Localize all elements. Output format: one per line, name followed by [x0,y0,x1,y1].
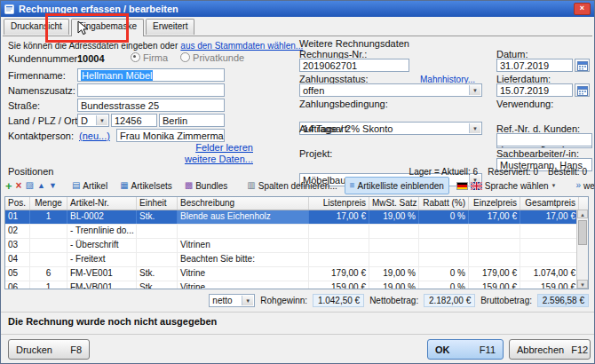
kontaktperson-neu-link[interactable]: (neu...) [79,131,110,141]
weitere-funktionen-button[interactable]: » weitere Funktionen... ▼ [571,177,595,194]
scrollbar-thumb[interactable] [578,220,587,245]
drucken-button[interactable]: Drucken F8 [8,339,90,360]
move-down-button[interactable]: ▼ [48,177,58,194]
table-cell[interactable]: FM-VB001 [67,281,137,289]
table-cell[interactable]: 1 [30,281,67,289]
column-header-rabatt-[interactable]: Rabatt (%) [419,197,469,210]
spalten-definieren-button[interactable]: ▥ Spalten definieren... [242,177,342,194]
table-cell[interactable]: Beachten Sie bitte: [178,253,309,266]
table-cell[interactable]: 179,00 € [309,267,369,281]
table-cell[interactable]: 159,00 € [469,281,520,289]
column-header-listenpreis[interactable]: Listenpreis [309,197,369,210]
table-row-04[interactable]: 04- FreitextBeachten Sie bitte: [5,253,588,267]
table-cell[interactable]: - Freitext [67,253,137,266]
strasse-field[interactable]: Bundesstrasse 25 [77,99,225,112]
ok-button[interactable]: OK F11 [427,339,504,360]
table-cell[interactable] [309,225,369,238]
table-cell[interactable] [520,253,579,266]
table-cell[interactable]: FM-VE001 [67,267,137,281]
vertical-scrollbar[interactable]: ▲ ▼ [576,210,588,289]
plz-field[interactable]: 12456 [111,114,157,127]
table-cell[interactable]: 1.074,00 € [520,267,579,281]
column-header-gesamtpreis[interactable]: Gesamtpreis [520,197,579,210]
privatkunde-radio[interactable]: Privatkunde [180,52,244,63]
lieferdatum-field[interactable]: 15.07.2019 [496,83,573,97]
datum-field[interactable]: 31.07.2019 [496,59,573,72]
table-cell[interactable]: 179,00 € [469,267,520,281]
zahlungsstatus-combo[interactable]: offen ▼ [299,83,482,97]
table-cell[interactable] [309,253,369,266]
table-cell[interactable]: 0 % [419,267,469,281]
table-cell[interactable] [369,239,419,252]
table-cell[interactable]: 17,00 € [520,210,579,224]
column-header-pos-[interactable]: Pos. [5,197,30,210]
datum-calendar-button[interactable] [575,59,590,72]
abbrechen-button[interactable]: Abbrechen F12 [509,339,591,360]
table-cell[interactable]: Vitrine [178,267,309,281]
table-cell[interactable]: 1 [30,210,67,224]
table-cell[interactable] [30,253,67,266]
table-cell[interactable] [520,239,579,252]
move-up-button[interactable]: ▲ [36,177,46,194]
table-cell[interactable] [30,239,67,252]
artikelliste-einblenden-button[interactable]: ≡ Artikelliste einblenden [345,177,449,194]
table-cell[interactable] [369,253,419,266]
table-cell[interactable]: 17,00 € [469,210,520,224]
lieferdatum-calendar-button[interactable] [575,83,590,97]
column-header-artikel-nr-[interactable]: Artikel-Nr. [67,197,137,210]
tab-erweitert[interactable]: Erweitert [146,19,194,35]
column-header-einheit[interactable]: Einheit [137,197,178,210]
table-cell[interactable] [30,225,67,238]
table-cell[interactable]: 05 [5,267,30,281]
column-header-einzelpreis[interactable]: Einzelpreis [469,197,520,210]
table-cell[interactable]: - Überschrift [67,239,137,252]
artikelsets-button[interactable]: ▦ Artikelsets [115,177,178,194]
table-cell[interactable] [137,225,178,238]
table-cell[interactable] [309,239,369,252]
firma-radio[interactable]: Firma [131,52,168,63]
delete-position-button[interactable]: × [15,177,23,194]
table-cell[interactable] [469,253,520,266]
table-cell[interactable] [137,239,178,252]
table-cell[interactable]: 19,00 % [369,210,419,224]
table-cell[interactable]: 06 [5,281,30,289]
scrollbar-up-arrow[interactable]: ▲ [577,210,588,218]
table-cell[interactable]: Stk. [137,267,178,281]
table-cell[interactable]: 0 % [419,281,469,289]
table-cell[interactable]: Blende aus Eichenholz [178,210,309,224]
table-cell[interactable] [419,239,469,252]
column-header-menge[interactable]: Menge [30,197,67,210]
table-row-01[interactable]: 011BL-0002Stk.Blende aus Eichenholz17,00… [5,210,588,225]
table-cell[interactable] [137,253,178,266]
table-cell[interactable]: 6 [30,267,67,281]
table-row-02[interactable]: 02- Trennlinie do... [5,225,588,239]
table-cell[interactable]: 159,00 € [520,281,579,289]
table-cell[interactable]: 19,00 % [369,267,419,281]
bundles-button[interactable]: ▩ Bundles [179,177,234,194]
table-cell[interactable]: BL-0002 [67,210,137,224]
refnr-field[interactable] [496,133,592,146]
table-cell[interactable] [469,239,520,252]
column-header-beschreibung[interactable]: Beschreibung [178,197,309,210]
table-cell[interactable]: 17,00 € [309,210,369,224]
table-cell[interactable]: Stk. [137,281,178,289]
sprache-waehlen-button[interactable]: Sprache wählen ▼ [451,177,562,194]
land-combo[interactable]: D ▼ [77,114,109,127]
table-row-03[interactable]: 03- ÜberschriftVitrinen [5,239,588,253]
ort-field[interactable]: Berlin [159,114,225,127]
table-cell[interactable] [178,225,309,238]
kontaktperson-field[interactable]: Frau Monika Zimmermann [116,129,225,142]
table-cell[interactable] [520,225,579,238]
table-cell[interactable]: - Trennlinie do... [67,225,137,238]
table-cell[interactable]: Vitrinen [178,239,309,252]
netto-brutto-combo[interactable]: netto ▼ [209,294,255,307]
tab-eingabemaske[interactable]: Eingabemaske [71,19,144,36]
table-cell[interactable] [369,225,419,238]
table-row-06[interactable]: 061FM-VB001Stk.Vitrine159,00 €19,00 %0 %… [5,281,588,289]
table-cell[interactable]: 0 % [419,210,469,224]
tab-druckansicht[interactable]: Druckansicht [4,19,69,35]
table-cell[interactable]: 02 [5,225,30,238]
felder-leeren-link[interactable]: Felder leeren [195,142,253,153]
table-cell[interactable] [469,225,520,238]
table-cell[interactable]: 04 [5,253,30,266]
